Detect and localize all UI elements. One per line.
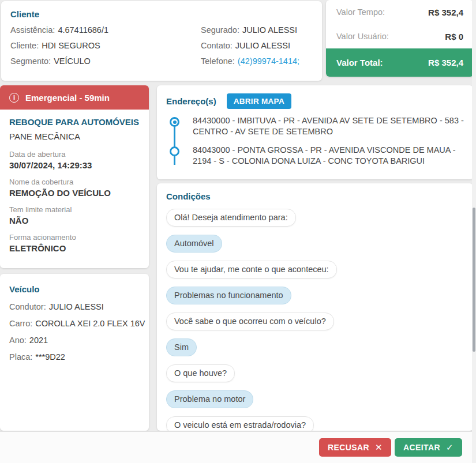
- chat-answer-bubble: Problema no motor: [166, 390, 253, 408]
- conditions-card: Condições Olá! Deseja atendimento para: …: [157, 183, 473, 431]
- origin-address-text: 84430000 - IMBITUVA - PR - AVENIDA AV SE…: [193, 115, 464, 137]
- car-value: COROLLA XEI 2.0 FLEX 16V: [35, 319, 145, 328]
- page-scrollbar-thumb[interactable]: [473, 208, 475, 352]
- info-icon: i: [9, 93, 19, 103]
- insured-value: JULIO ALESSI: [242, 25, 297, 35]
- chat-answer-bubble: Problemas no funcionamento: [166, 287, 291, 304]
- action-footer: RECUSAR ✕ ACEITAR ✓: [0, 431, 476, 463]
- chat-question-bubble: Você sabe o que ocorreu com o veículo?: [166, 313, 334, 330]
- conditions-card-title: Condições: [166, 191, 464, 201]
- emergency-banner: i Emergencial - 59min: [0, 85, 149, 110]
- value-total-amount: R$ 352,4: [428, 58, 463, 67]
- check-icon: ✓: [446, 442, 453, 453]
- chat-answer-bubble: Sim: [166, 338, 197, 356]
- contact-label: Contato:: [201, 41, 233, 50]
- page-scrollbar-track[interactable]: [472, 0, 476, 463]
- vehicle-card: Veículo Condutor:JULIO ALESSI Carro:CORO…: [0, 274, 149, 431]
- segment-label: Segmento:: [10, 57, 51, 66]
- segment-row: Segmento:VEÍCULO: [10, 57, 201, 66]
- value-time-amount: R$ 352,4: [428, 7, 463, 17]
- accept-button-label: ACEITAR: [403, 443, 440, 452]
- activation-mode-value: ELETRÔNICO: [9, 243, 140, 253]
- client-name-row: Cliente:HDI SEGUROS: [10, 41, 201, 51]
- assistance-label: Assistência:: [10, 25, 55, 35]
- contact-value: JULIO ALESSI: [235, 41, 290, 50]
- plate-label: Placa:: [9, 352, 32, 362]
- chat-answer-bubble: Automóvel: [166, 235, 222, 253]
- client-label: Cliente:: [10, 41, 39, 50]
- open-date-value: 30/07/2024, 14:29:33: [9, 160, 140, 170]
- plate-value: ***9D22: [35, 352, 65, 362]
- open-date-label: Data de abertura: [9, 150, 140, 159]
- assistance-value: 4.67411686/1: [58, 25, 108, 35]
- value-user-row: Valor Usuário: R$ 0: [326, 24, 474, 48]
- contact-row: Contato:JULIO ALESSI: [201, 41, 313, 51]
- plate-row: Placa:***9D22: [9, 352, 140, 362]
- value-time-label: Valor Tempo:: [336, 7, 385, 17]
- phone-link[interactable]: (42)99974-1414;: [238, 57, 299, 66]
- chat-question-bubble: Olá! Deseja atendimento para:: [166, 209, 296, 227]
- car-row: Carro:COROLLA XEI 2.0 FLEX 16V: [9, 319, 140, 329]
- chat-question-bubble: O veiculo está em estrada/rodovia?: [166, 416, 314, 431]
- values-card: Valor Tempo: R$ 352,4 Valor Usuário: R$ …: [326, 0, 474, 77]
- open-map-button[interactable]: ABRIR MAPA: [227, 93, 291, 109]
- accept-button[interactable]: ACEITAR ✓: [395, 438, 462, 457]
- service-subtitle: PANE MECÂNICA: [9, 131, 140, 141]
- year-value: 2021: [29, 336, 48, 345]
- value-time-row: Valor Tempo: R$ 352,4: [326, 0, 474, 24]
- close-icon: ✕: [375, 442, 383, 453]
- phone-row: Telefone:(42)99974-1414;: [201, 57, 313, 66]
- emergency-banner-label: Emergencial - 59min: [25, 93, 110, 103]
- value-user-label: Valor Usuário:: [336, 32, 389, 41]
- material-limit-value: NÃO: [9, 216, 140, 225]
- addresses-card: Endereço(s) ABRIR MAPA 84430000 - IMBITU…: [157, 85, 473, 179]
- refuse-button[interactable]: RECUSAR ✕: [319, 438, 391, 457]
- phone-label: Telefone:: [201, 57, 235, 66]
- destination-address-text: 84043000 - PONTA GROSSA - PR - AVENIDA V…: [193, 145, 464, 167]
- coverage-name-label: Nome da cobertura: [9, 178, 140, 186]
- refuse-button-label: RECUSAR: [328, 443, 369, 452]
- chat-question-bubble: Vou te ajudar, me conte o que aconteceu:: [166, 261, 337, 278]
- year-label: Ano:: [9, 336, 27, 345]
- value-total-row: Valor Total: R$ 352,4: [326, 48, 474, 77]
- driver-row: Condutor:JULIO ALESSI: [9, 302, 140, 312]
- activation-mode-label: Forma acionamento: [9, 233, 140, 242]
- insured-label: Segurado:: [201, 25, 239, 35]
- driver-label: Condutor:: [9, 302, 46, 311]
- driver-value: JULIO ALESSI: [49, 302, 104, 311]
- car-label: Carro:: [9, 319, 32, 328]
- destination-dot-icon: [170, 146, 179, 156]
- material-limit-label: Tem limite material: [9, 205, 140, 214]
- segment-value: VEÍCULO: [54, 57, 91, 66]
- address-timeline: 84430000 - IMBITUVA - PR - AVENIDA AV SE…: [166, 115, 464, 167]
- origin-dot-icon: [170, 117, 179, 127]
- value-user-amount: R$ 0: [445, 32, 463, 42]
- year-row: Ano:2021: [9, 336, 140, 345]
- chat-question-bubble: O que houve?: [166, 364, 235, 382]
- assistance-number-row: Assistência:4.67411686/1: [10, 25, 201, 35]
- service-card: i Emergencial - 59min REBOQUE PARA AUTOM…: [0, 85, 149, 268]
- vehicle-card-title: Veículo: [9, 284, 140, 294]
- coverage-name-value: REMOÇÃO DO VEÍCULO: [9, 188, 140, 198]
- service-title: REBOQUE PARA AUTOMÓVEIS: [9, 117, 140, 127]
- destination-address-row: 84043000 - PONTA GROSSA - PR - AVENIDA V…: [166, 145, 464, 167]
- activation-mode-group: Forma acionamento ELETRÔNICO: [9, 233, 140, 253]
- client-card-title: Cliente: [10, 9, 313, 19]
- material-limit-group: Tem limite material NÃO: [9, 205, 140, 225]
- addresses-card-title: Endereço(s): [166, 96, 216, 106]
- value-total-label: Valor Total:: [336, 58, 383, 67]
- client-value: HDI SEGUROS: [42, 41, 100, 50]
- client-card: Cliente Assistência:4.67411686/1 Cliente…: [1, 1, 322, 81]
- coverage-name-group: Nome da cobertura REMOÇÃO DO VEÍCULO: [9, 178, 140, 198]
- insured-row: Segurado:JULIO ALESSI: [201, 25, 313, 35]
- open-date-group: Data de abertura 30/07/2024, 14:29:33: [9, 150, 140, 170]
- origin-address-row: 84430000 - IMBITUVA - PR - AVENIDA AV SE…: [166, 115, 464, 137]
